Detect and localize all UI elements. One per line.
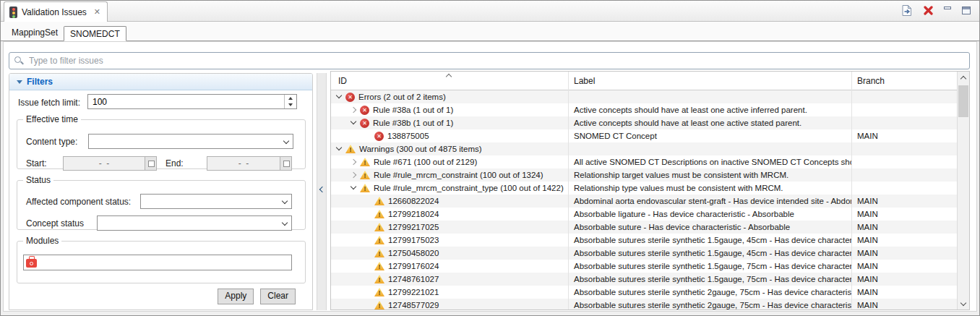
tab-mappingset[interactable]: MappingSet bbox=[6, 25, 64, 40]
spinner-up-icon[interactable] bbox=[285, 95, 296, 102]
calendar-icon[interactable] bbox=[280, 157, 291, 170]
collapse-left-icon[interactable] bbox=[319, 187, 325, 192]
issue-label: Relationship target values must be consi… bbox=[574, 171, 788, 179]
table-row[interactable]: 12660822024 Abdominal aorta endovascular… bbox=[331, 195, 957, 208]
expander-icon[interactable] bbox=[348, 169, 360, 181]
label-cell: Absorbable sutures sterile synthetic 1.5… bbox=[568, 236, 851, 244]
apply-button[interactable]: Apply bbox=[218, 289, 254, 304]
modules-legend: Modules bbox=[23, 236, 61, 246]
panel-buttons: Apply Clear bbox=[218, 289, 296, 304]
clear-button[interactable]: Clear bbox=[260, 289, 296, 304]
validation-issues-window: Validation Issues ✕ MappingSet SNOMEDCT bbox=[0, 0, 980, 316]
filters-header-label: Filters bbox=[27, 77, 53, 87]
id-cell: 12799176024 bbox=[331, 260, 568, 272]
expander-icon[interactable] bbox=[348, 104, 360, 116]
fetch-limit-label: Issue fetch limit: bbox=[18, 98, 80, 108]
table-row[interactable]: Rule #38a (1 out of 1) Active concepts s… bbox=[331, 103, 957, 116]
expander-icon[interactable] bbox=[334, 91, 345, 103]
end-date-field[interactable]: - - bbox=[207, 156, 292, 171]
chevron-down-icon bbox=[282, 220, 288, 226]
table-row[interactable]: Rule #38b (1 out of 1) Active concepts s… bbox=[331, 116, 957, 129]
scroll-down-icon[interactable] bbox=[958, 297, 969, 309]
maximize-icon[interactable] bbox=[962, 7, 971, 14]
content-type-label: Content type: bbox=[26, 137, 77, 147]
start-label: Start: bbox=[26, 158, 47, 168]
id-cell: Warnings (300 out of 4875 items) bbox=[331, 143, 568, 155]
expander-icon[interactable] bbox=[348, 156, 360, 168]
id-cell: 12748761027 bbox=[331, 273, 568, 285]
scroll-up-icon[interactable] bbox=[958, 72, 969, 84]
column-header-branch[interactable]: Branch bbox=[851, 72, 957, 90]
table-row[interactable]: Errors (2 out of 2 items) bbox=[331, 90, 957, 103]
column-header-id-label: ID bbox=[338, 76, 347, 86]
status-legend: Status bbox=[23, 175, 53, 185]
branch-cell: MAIN bbox=[851, 249, 957, 257]
issue-branch: MAIN bbox=[857, 197, 878, 205]
view-tab-validation-issues[interactable]: Validation Issues ✕ bbox=[4, 1, 108, 22]
id-cell: Rule #38b (1 out of 1) bbox=[331, 117, 568, 129]
issue-id: Errors (2 out of 2 items) bbox=[358, 93, 446, 101]
table-row[interactable]: 12799176024 Absorbable sutures sterile s… bbox=[331, 260, 957, 273]
content-type-combo[interactable] bbox=[88, 134, 293, 149]
table-row[interactable]: 12748761027 Absorbable sutures sterile s… bbox=[331, 273, 957, 286]
table-row[interactable]: 12799221021 Absorbable sutures sterile s… bbox=[331, 286, 957, 299]
calendar-icon[interactable] bbox=[145, 157, 156, 170]
expander-icon bbox=[363, 195, 374, 207]
label-cell: Absorbable ligature - Has device charact… bbox=[568, 210, 851, 218]
module-icon bbox=[26, 259, 37, 268]
table-row[interactable]: 12799217025 Absorbable suture - Has devi… bbox=[331, 221, 957, 234]
chevron-down-icon bbox=[283, 138, 289, 144]
start-date-field[interactable]: - - bbox=[63, 156, 157, 171]
id-cell: 12799218024 bbox=[331, 208, 568, 220]
concept-status-combo[interactable] bbox=[97, 215, 292, 231]
filter-search-box[interactable] bbox=[9, 52, 970, 69]
table-row[interactable]: Rule #rule_mrcm_constraint (100 out of 1… bbox=[331, 168, 957, 182]
expander-icon[interactable] bbox=[348, 117, 360, 129]
warning-icon bbox=[374, 301, 384, 309]
filters-panel: Filters Issue fetch limit: Effective tim… bbox=[9, 73, 313, 310]
issue-fetch-limit-spinner[interactable] bbox=[87, 94, 297, 109]
id-cell: 12799217025 bbox=[331, 221, 568, 233]
tab-snomedct[interactable]: SNOMEDCT bbox=[64, 26, 126, 41]
search-input[interactable] bbox=[29, 56, 969, 66]
issue-id: 12799221021 bbox=[388, 288, 439, 296]
issue-label: Abdominal aorta endovascular stent-graft… bbox=[574, 197, 851, 205]
issue-id: 12748761027 bbox=[388, 275, 439, 283]
table-row[interactable]: Warnings (300 out of 4875 items) bbox=[331, 142, 957, 155]
search-icon bbox=[14, 56, 25, 66]
modules-field[interactable] bbox=[23, 255, 292, 270]
spinner-arrows[interactable] bbox=[284, 95, 296, 108]
remove-all-icon[interactable] bbox=[924, 6, 933, 15]
content-area: Filters Issue fetch limit: Effective tim… bbox=[3, 41, 977, 312]
panel-sash[interactable] bbox=[317, 73, 327, 310]
issue-id: Warnings (300 out of 4875 items) bbox=[359, 145, 482, 153]
issue-branch: MAIN bbox=[857, 223, 878, 231]
affected-component-status-combo[interactable] bbox=[140, 194, 292, 209]
warning-icon bbox=[374, 262, 384, 270]
label-cell: Absorbable sutures sterile synthetic 2ga… bbox=[568, 301, 851, 309]
table-row[interactable]: 12748577029 Absorbable sutures sterile s… bbox=[331, 299, 957, 309]
label-cell: Absorbable sutures sterile synthetic 1.5… bbox=[568, 262, 851, 270]
table-row[interactable]: Rule #rule_mrcm_constraint_type (100 out… bbox=[331, 182, 957, 195]
table-row[interactable]: 12750458020 Absorbable sutures sterile s… bbox=[331, 247, 957, 260]
column-header-label[interactable]: Label bbox=[568, 72, 851, 90]
issue-label: All active SNOMED CT Descriptions on ina… bbox=[574, 158, 851, 166]
table-row[interactable]: 138875005 SNOMED CT Concept MAIN bbox=[331, 129, 957, 142]
id-cell: 12799221021 bbox=[331, 286, 568, 298]
close-icon[interactable]: ✕ bbox=[94, 7, 100, 17]
export-report-icon[interactable] bbox=[901, 4, 913, 17]
table-row[interactable]: 12799218024 Absorbable ligature - Has de… bbox=[331, 208, 957, 221]
expander-icon[interactable] bbox=[334, 143, 345, 155]
vertical-scrollbar[interactable] bbox=[957, 72, 969, 309]
table-row[interactable]: 12799175023 Absorbable sutures sterile s… bbox=[331, 234, 957, 247]
id-cell: Rule #rule_mrcm_constraint_type (100 out… bbox=[331, 182, 568, 194]
filters-section-header[interactable]: Filters bbox=[9, 74, 312, 90]
column-header-id[interactable]: ID bbox=[331, 72, 568, 90]
expander-icon[interactable] bbox=[348, 182, 360, 194]
scrollbar-thumb[interactable] bbox=[958, 85, 968, 117]
branch-cell: MAIN bbox=[851, 236, 957, 244]
table-row[interactable]: Rule #671 (100 out of 2129) All active S… bbox=[331, 155, 957, 168]
spinner-down-icon[interactable] bbox=[285, 102, 296, 109]
warning-icon bbox=[360, 158, 370, 166]
fetch-limit-input[interactable] bbox=[88, 95, 284, 108]
